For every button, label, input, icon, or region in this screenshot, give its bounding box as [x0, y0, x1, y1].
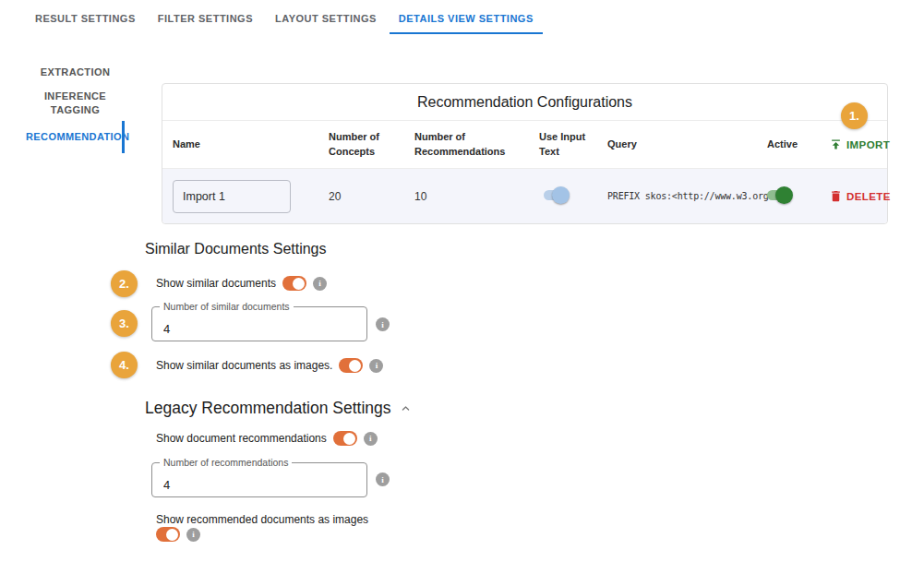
tab-layout-settings[interactable]: LAYOUT SETTINGS	[266, 9, 386, 34]
step-badge-3: 3.	[111, 310, 138, 337]
info-icon[interactable]	[313, 277, 327, 291]
sidebar-item-extraction[interactable]: EXTRACTION	[26, 66, 125, 79]
info-icon[interactable]	[376, 472, 390, 486]
show-similar-documents-row: Show similar documents	[156, 276, 327, 291]
info-icon[interactable]	[186, 528, 200, 542]
step-badge-4: 4.	[111, 352, 138, 378]
info-icon[interactable]	[364, 432, 378, 446]
col-header-num-recommendations: Number of Recommendations	[414, 130, 525, 160]
col-header-num-concepts: Number of Concepts	[329, 130, 393, 160]
show-document-recommendations-row: Show document recommendations	[156, 431, 378, 446]
number-of-similar-documents-field: Number of similar documents	[151, 306, 367, 341]
show-document-recommendations-toggle[interactable]	[333, 431, 357, 446]
col-header-use-input-text: Use Input Text	[539, 130, 591, 160]
tab-filter-settings[interactable]: FILTER SETTINGS	[149, 9, 262, 34]
upload-icon	[829, 138, 843, 151]
settings-tab-bar: RESULT SETTINGS FILTER SETTINGS LAYOUT S…	[26, 9, 543, 34]
toggle-knob	[166, 529, 178, 541]
step-badge-2: 2.	[111, 270, 138, 297]
show-similar-images-label: Show similar documents as images.	[156, 359, 332, 372]
show-recommended-images-toggle[interactable]	[156, 527, 180, 542]
num-recommendations-value: 10	[414, 190, 539, 203]
number-of-similar-documents-input[interactable]	[152, 307, 366, 341]
show-similar-images-toggle[interactable]	[339, 358, 363, 373]
legacy-recommendation-settings-heading: Legacy Recommendation Settings	[145, 399, 413, 418]
table-header-row: Name Number of Concepts Number of Recomm…	[162, 121, 887, 169]
sidebar-item-recommendation[interactable]: RECOMMENDATION	[26, 121, 125, 153]
tab-details-view-settings[interactable]: DETAILS VIEW SETTINGS	[390, 9, 543, 34]
show-similar-images-row: Show similar documents as images.	[156, 358, 383, 373]
toggle-thumb	[552, 186, 570, 204]
import-button[interactable]: IMPORT	[829, 138, 890, 151]
number-of-recommendations-field: Number of recommendations	[151, 462, 367, 497]
field-label: Number of similar documents	[160, 301, 294, 312]
similar-documents-settings-heading: Similar Documents Settings	[145, 241, 327, 257]
sidebar-item-inference-tagging[interactable]: INFERENCE TAGGING	[26, 90, 125, 117]
delete-button[interactable]: DELETE	[829, 189, 891, 203]
recommendation-configurations-card: Recommendation Configurations Name Numbe…	[162, 83, 888, 224]
toggle-knob	[293, 278, 305, 290]
toggle-knob	[349, 360, 361, 372]
show-similar-documents-label: Show similar documents	[156, 277, 276, 290]
show-recommended-images-toggle-row	[156, 527, 200, 542]
delete-button-label: DELETE	[846, 191, 891, 202]
show-document-recommendations-label: Show document recommendations	[156, 432, 327, 445]
info-icon[interactable]	[376, 317, 390, 331]
config-name-input[interactable]	[173, 180, 291, 213]
toggle-knob	[343, 433, 355, 445]
legacy-heading-label: Legacy Recommendation Settings	[145, 399, 391, 418]
toggle-thumb	[775, 186, 793, 204]
table-row: 20 10 PREFIX skos:<http://www.w3.org DEL…	[162, 169, 887, 223]
card-title: Recommendation Configurations	[162, 84, 887, 121]
step-badge-1: 1.	[841, 102, 868, 129]
import-button-label: IMPORT	[846, 139, 890, 150]
num-concepts-value: 20	[329, 190, 414, 203]
tab-result-settings[interactable]: RESULT SETTINGS	[26, 9, 145, 34]
trash-icon	[829, 189, 843, 203]
show-similar-documents-toggle[interactable]	[282, 276, 306, 291]
collapse-chevron-up-icon[interactable]	[399, 401, 413, 415]
field-label: Number of recommendations	[160, 457, 292, 468]
col-header-name: Name	[173, 138, 329, 152]
active-toggle[interactable]	[767, 186, 793, 204]
query-value: PREFIX skos:<http://www.w3.org	[607, 191, 767, 201]
col-header-query: Query	[607, 138, 767, 152]
col-header-active: Active	[767, 138, 829, 152]
number-of-recommendations-input[interactable]	[152, 463, 366, 496]
info-icon[interactable]	[369, 359, 383, 373]
use-input-text-toggle[interactable]	[544, 186, 570, 204]
show-recommended-images-label: Show recommended documents as images	[156, 513, 368, 526]
